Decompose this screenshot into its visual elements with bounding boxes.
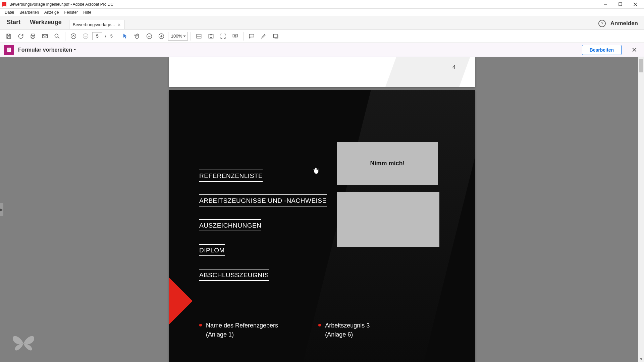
- window-minimize-button[interactable]: [598, 0, 613, 8]
- main-toolbar: / 5 100%: [0, 29, 644, 43]
- red-arrow-decor: [169, 278, 193, 324]
- menu-bar: Datei Bearbeiten Anzeige Fenster Hilfe: [0, 9, 644, 16]
- help-icon[interactable]: ?: [598, 20, 606, 27]
- svg-point-3: [71, 34, 76, 39]
- section-abschluss: ABSCHLUSSZEUGNIS: [199, 269, 269, 281]
- ref-right-line2: (Anlage 6): [325, 331, 353, 338]
- nav-pane-expand-handle[interactable]: ▶: [0, 203, 3, 216]
- read-mode-icon[interactable]: [230, 31, 240, 42]
- window-close-button[interactable]: [628, 0, 643, 8]
- svg-point-4: [83, 34, 88, 39]
- save-icon[interactable]: [3, 31, 14, 42]
- page-separator: /: [104, 34, 108, 39]
- prepare-form-icon: [4, 45, 14, 55]
- ref-left-line1: Name des Referenzgebers: [206, 322, 278, 329]
- print-icon[interactable]: [28, 31, 38, 42]
- mail-icon[interactable]: [40, 31, 50, 42]
- page-down-icon: [80, 31, 91, 42]
- reference-item-right: Arbeitszeugnis 3 (Anlage 6): [318, 321, 370, 339]
- window-titlebar: Bewerbungsvorlage Ingenieur.pdf - Adobe …: [0, 0, 644, 9]
- scroll-down-arrow-icon[interactable]: ▼: [638, 356, 644, 362]
- fit-width-icon[interactable]: [194, 31, 204, 42]
- page-total: 5: [109, 34, 114, 39]
- page-divider-line: [199, 68, 448, 68]
- scrollbar-thumb[interactable]: [639, 59, 643, 72]
- section-list: REFERENZENLISTE ARBEITSZEUGNISSE UND -NA…: [199, 170, 327, 281]
- menu-window[interactable]: Fenster: [61, 9, 80, 15]
- svg-rect-0: [604, 4, 607, 5]
- tab-document-label: Bewerbungsvorlage...: [73, 22, 115, 27]
- edit-form-button[interactable]: Bearbeiten: [582, 45, 622, 55]
- section-arbeitszeug: ARBEITSZEUGNISSE UND -NACHWEISE: [199, 194, 327, 206]
- page-number-input[interactable]: [92, 32, 102, 40]
- bullet-icon: [199, 324, 202, 326]
- tab-start[interactable]: Start: [2, 16, 25, 29]
- highlight-icon[interactable]: [258, 31, 269, 42]
- prepare-form-dropdown[interactable]: Formular vorbereiten: [18, 47, 76, 53]
- prepare-form-bar: Formular vorbereiten Bearbeiten ✕: [0, 43, 644, 57]
- close-form-bar-button[interactable]: ✕: [629, 46, 640, 54]
- svg-rect-10: [8, 51, 9, 51]
- form-image-field[interactable]: [337, 192, 439, 247]
- tab-document-close-icon[interactable]: ✕: [117, 22, 121, 27]
- prepare-form-label: Formular vorbereiten: [18, 47, 72, 53]
- fit-page-icon[interactable]: [206, 31, 216, 42]
- menu-view[interactable]: Anzeige: [42, 9, 61, 15]
- fullscreen-icon[interactable]: [218, 31, 228, 42]
- acrobat-app-icon: [1, 1, 7, 7]
- vertical-scrollbar[interactable]: ▲ ▼: [638, 57, 644, 362]
- section-diplom: DIPLOM: [199, 244, 225, 256]
- ref-left-line2: (Anlage 1): [206, 331, 234, 338]
- tab-document[interactable]: Bewerbungsvorlage... ✕: [69, 20, 125, 29]
- form-button-field[interactable]: Nimm mich!: [337, 142, 438, 185]
- svg-point-2: [55, 34, 58, 37]
- cloud-open-icon[interactable]: [15, 31, 26, 42]
- butterfly-watermark-icon: [10, 332, 37, 355]
- pdf-page-current: REFERENZENLISTE ARBEITSZEUGNISSE UND -NA…: [169, 90, 475, 362]
- section-referenzen: REFERENZENLISTE: [199, 170, 263, 182]
- ref-right-line1: Arbeitszeugnis 3: [325, 322, 370, 329]
- section-auszeichn: AUSZEICHNUNGEN: [199, 219, 261, 231]
- tab-tools[interactable]: Werkzeuge: [25, 16, 66, 29]
- sign-icon[interactable]: [270, 31, 281, 42]
- reference-item-left: Name des Referenzgebers (Anlage 1): [199, 321, 278, 339]
- previous-page-number: 4: [452, 64, 455, 70]
- menu-file[interactable]: Datei: [2, 9, 17, 15]
- window-title: Bewerbungsvorlage Ingenieur.pdf - Adobe …: [9, 2, 113, 7]
- page-decor-diagonal: [377, 57, 475, 87]
- svg-rect-8: [8, 49, 10, 49]
- menu-help[interactable]: Hilfe: [80, 9, 94, 15]
- form-button-label: Nimm mich!: [370, 160, 405, 167]
- svg-rect-1: [619, 3, 622, 6]
- tab-strip: Start Werkzeuge Bewerbungsvorlage... ✕ ?…: [0, 16, 644, 29]
- pdf-page-previous: 4: [169, 57, 475, 87]
- document-viewport[interactable]: ▶ 4 REFERENZENLISTE ARBEITSZEUGNISSE UND…: [0, 57, 644, 362]
- search-icon[interactable]: [52, 31, 62, 42]
- references-row: Name des Referenzgebers (Anlage 1) Arbei…: [199, 321, 370, 339]
- zoom-out-icon[interactable]: [144, 31, 155, 42]
- zoom-level-combo[interactable]: 100%: [168, 32, 188, 41]
- signin-link[interactable]: Anmelden: [610, 20, 638, 27]
- selection-arrow-icon[interactable]: [120, 31, 130, 42]
- zoom-in-icon[interactable]: [156, 31, 167, 42]
- bullet-icon: [318, 324, 321, 326]
- window-maximize-button[interactable]: [613, 0, 628, 8]
- page-up-icon[interactable]: [68, 31, 79, 42]
- menu-edit[interactable]: Bearbeiten: [17, 9, 42, 15]
- hand-pan-icon[interactable]: [132, 31, 143, 42]
- comment-icon[interactable]: [246, 31, 257, 42]
- svg-rect-9: [8, 50, 10, 50]
